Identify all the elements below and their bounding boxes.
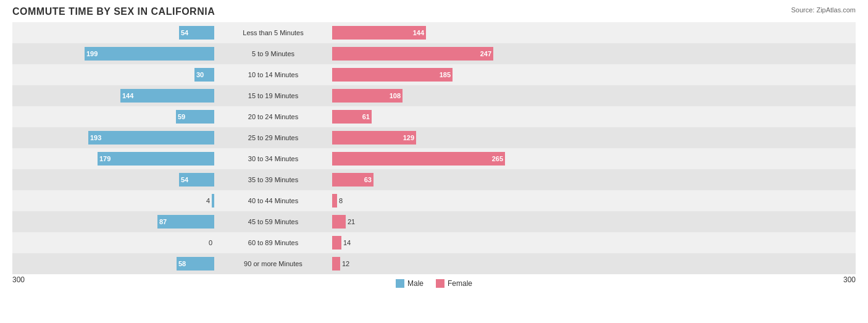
male-bar: 193 — [88, 131, 214, 145]
male-bar: 59 — [176, 110, 214, 124]
table-row: 54 35 to 39 Minutes 63 — [12, 169, 856, 190]
female-value: 8 — [339, 197, 343, 204]
left-section: 30 — [12, 64, 216, 85]
left-section: 144 — [12, 85, 216, 106]
legend-male: Male — [396, 279, 424, 288]
right-section: 185 — [330, 64, 534, 85]
female-bar — [332, 257, 340, 271]
male-bar: 54 — [179, 26, 214, 40]
left-section: 179 — [12, 148, 216, 169]
axis-right: 300 — [843, 275, 856, 288]
row-label: Less than 5 Minutes — [216, 29, 330, 36]
male-value-on-bar: 58 — [178, 260, 186, 267]
female-bar — [332, 194, 337, 208]
table-row: 144 15 to 19 Minutes 108 — [12, 85, 856, 106]
row-label: 5 to 9 Minutes — [216, 50, 330, 57]
female-bar: 129 — [332, 131, 416, 145]
right-section: 129 — [330, 127, 534, 148]
male-value-on-bar: 87 — [159, 218, 167, 225]
table-row: 59 20 to 24 Minutes 61 — [12, 106, 856, 127]
right-section: 12 — [330, 253, 534, 274]
male-value-on-bar: 54 — [181, 176, 188, 183]
female-value-on-bar: 61 — [362, 113, 370, 120]
left-section: 58 — [12, 253, 216, 274]
female-bar — [332, 236, 341, 250]
table-row: 0 60 to 89 Minutes 14 — [12, 232, 856, 253]
male-value-on-bar: 30 — [196, 71, 204, 78]
right-section: 144 — [330, 22, 534, 43]
male-value-on-bar: 199 — [86, 50, 98, 57]
male-value-on-bar: 59 — [178, 113, 185, 120]
male-bar: 144 — [120, 89, 214, 103]
female-bar: 63 — [332, 173, 373, 187]
left-section: 54 — [12, 22, 216, 43]
female-value-on-bar: 108 — [390, 92, 401, 99]
male-bar: 199 — [85, 47, 214, 61]
male-value-on-bar: 54 — [181, 29, 188, 36]
female-value-on-bar: 63 — [364, 176, 372, 183]
right-section: 61 — [330, 106, 534, 127]
legend-female-box — [436, 279, 444, 288]
table-row: 30 10 to 14 Minutes 185 — [12, 64, 856, 85]
male-bar: 87 — [157, 215, 214, 229]
female-value-on-bar: 185 — [440, 71, 451, 78]
right-section: 63 — [330, 169, 534, 190]
table-row: 4 40 to 44 Minutes 8 — [12, 190, 856, 211]
male-value: 0 — [209, 239, 212, 246]
left-section: 54 — [12, 169, 216, 190]
row-label: 10 to 14 Minutes — [216, 71, 330, 78]
left-section: 0 — [12, 232, 216, 253]
female-value: 12 — [342, 260, 349, 267]
table-row: 58 90 or more Minutes 12 — [12, 253, 856, 274]
legend-female: Female — [436, 279, 472, 288]
male-value-on-bar: 144 — [122, 92, 133, 99]
female-bar: 144 — [332, 26, 426, 40]
male-value-on-bar: 193 — [90, 134, 101, 141]
right-section: 8 — [330, 190, 534, 211]
table-row: 87 45 to 59 Minutes 21 — [12, 211, 856, 232]
male-value: 4 — [206, 197, 210, 204]
female-value: 14 — [343, 239, 351, 246]
row-label: 15 to 19 Minutes — [216, 92, 330, 99]
legend: Male Female — [396, 279, 472, 288]
male-bar — [212, 194, 214, 208]
row-label: 45 to 59 Minutes — [216, 218, 330, 225]
left-section: 59 — [12, 106, 216, 127]
left-section: 199 — [12, 43, 216, 64]
row-label: 35 to 39 Minutes — [216, 176, 330, 183]
row-label: 90 or more Minutes — [216, 260, 330, 267]
row-label: 20 to 24 Minutes — [216, 113, 330, 120]
table-row: 199 5 to 9 Minutes 247 — [12, 43, 856, 64]
chart-title: COMMUTE TIME BY SEX IN CALIFORNIA — [12, 6, 856, 17]
male-bar: 58 — [177, 257, 214, 271]
row-label: 25 to 29 Minutes — [216, 134, 330, 141]
female-bar: 61 — [332, 110, 372, 124]
female-bar: 108 — [332, 89, 403, 103]
legend-female-label: Female — [448, 279, 472, 288]
right-section: 14 — [330, 232, 534, 253]
source-text: Source: ZipAtlas.com — [791, 6, 856, 14]
legend-male-label: Male — [407, 279, 424, 288]
male-bar: 179 — [98, 152, 214, 166]
female-value-on-bar: 144 — [413, 29, 424, 36]
female-value: 21 — [348, 218, 355, 225]
chart-container: COMMUTE TIME BY SEX IN CALIFORNIA Source… — [0, 0, 868, 323]
right-section: 21 — [330, 211, 534, 232]
legend-male-box — [396, 279, 404, 288]
male-value-on-bar: 179 — [99, 155, 111, 162]
axis-labels: 300 Male Female 300 — [12, 275, 856, 288]
table-row: 54 Less than 5 Minutes 144 — [12, 22, 856, 43]
female-value-on-bar: 265 — [492, 155, 503, 162]
female-bar: 185 — [332, 68, 453, 82]
female-bar: 247 — [332, 47, 493, 61]
row-label: 40 to 44 Minutes — [216, 197, 330, 204]
right-section: 247 — [330, 43, 534, 64]
male-bar: 30 — [194, 68, 214, 82]
right-section: 265 — [330, 148, 534, 169]
left-section: 87 — [12, 211, 216, 232]
female-value-on-bar: 247 — [480, 50, 491, 57]
male-bar: 54 — [179, 173, 214, 187]
female-bar: 265 — [332, 152, 505, 166]
left-section: 193 — [12, 127, 216, 148]
left-section: 4 — [12, 190, 216, 211]
